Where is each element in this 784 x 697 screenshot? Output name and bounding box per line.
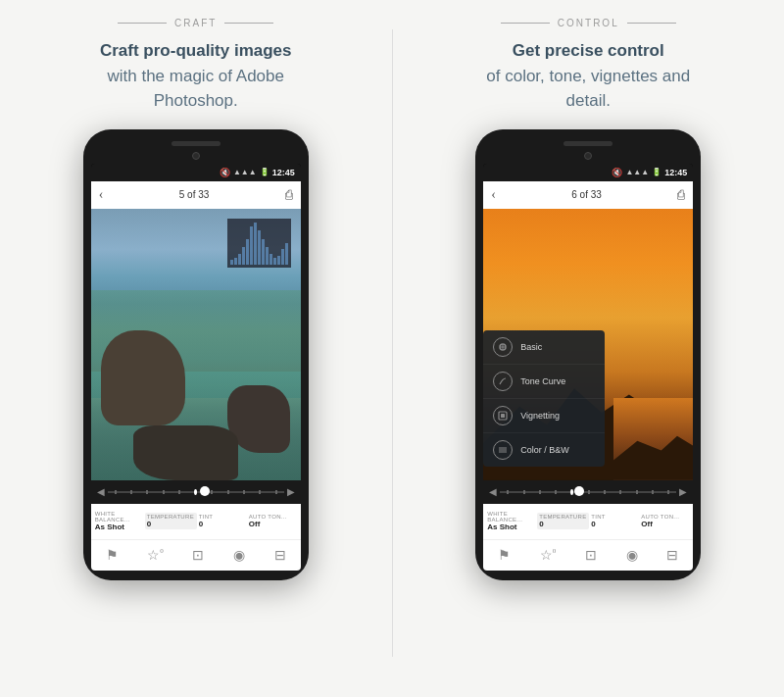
s-dot <box>507 490 509 494</box>
craft-phone: 🔇 ▲▲▲ 🔋 12:45 ‹ 5 of 33 ⎙ <box>83 129 309 580</box>
back-btn-left[interactable]: ‹ <box>99 187 104 203</box>
control-line-right <box>627 23 676 24</box>
bottom-nav-left: ⚑ ☆0 ⊡ ◉ ⊟ <box>91 539 301 571</box>
slider-track-right[interactable] <box>500 491 676 493</box>
s-dot <box>178 490 180 494</box>
craft-panel: CRAFT Craft pro-quality images with the … <box>0 0 392 697</box>
time-left: 12:45 <box>272 168 295 177</box>
control-heading-normal: of color, tone, vignettes and detail. <box>486 67 690 111</box>
s-dot <box>555 490 557 494</box>
vignetting-svg <box>498 411 508 421</box>
control-heading-bold: Get precise control <box>513 41 664 60</box>
s-dot <box>130 490 132 494</box>
temp-value-r: 0 <box>539 520 543 528</box>
s-dot <box>115 490 117 494</box>
star-icon-r[interactable]: ☆0 <box>540 547 557 564</box>
s-dot <box>604 490 606 494</box>
app-toolbar-right: ‹ 6 of 33 ⎙ <box>483 181 693 209</box>
craft-label-row: CRAFT <box>118 18 273 28</box>
craft-line-right <box>224 23 273 24</box>
menu-item-tone-curve[interactable]: Tone Curve <box>483 365 605 399</box>
control-phone: 🔇 ▲▲▲ 🔋 12:45 ‹ 6 of 33 ⎙ <box>475 129 701 580</box>
h-bar <box>281 249 284 264</box>
wb-value-r: As Shot <box>487 523 516 531</box>
slider-bar-left: ◀ <box>91 480 301 504</box>
s-dot <box>275 490 277 494</box>
info-bar-right: WHITE BALANCE... As Shot TEMPERATURE 0 T… <box>483 504 693 539</box>
menu-label-tone-curve: Tone Curve <box>520 376 565 386</box>
photo-sunset-bottom <box>613 398 693 479</box>
auto-value: Off <box>249 520 261 528</box>
menu-item-basic[interactable]: Basic <box>483 330 605 365</box>
back-btn-right[interactable]: ‹ <box>491 187 496 203</box>
basic-icon-svg <box>498 342 508 352</box>
s-dot <box>539 490 541 494</box>
craft-phone-screen: 🔇 ▲▲▲ 🔋 12:45 ‹ 5 of 33 ⎙ <box>91 164 301 571</box>
control-heading: Get precise control of color, tone, vign… <box>480 38 696 114</box>
menu-label-vignetting: Vignetting <box>520 411 560 421</box>
info-col-temp-r: TEMPERATURE 0 <box>537 513 589 529</box>
h-bar <box>270 254 272 265</box>
h-bar <box>277 256 280 265</box>
temp-value: 0 <box>147 520 151 528</box>
h-bar <box>238 254 241 265</box>
photo-area-sunset: Basic Tone Curve <box>483 209 693 480</box>
photo-rocky <box>91 209 301 480</box>
slider-thumb-left <box>200 486 210 496</box>
s-dot <box>588 490 590 494</box>
person-icon[interactable]: ◉ <box>233 547 245 564</box>
phone-speaker-left <box>172 141 220 146</box>
share-btn-left[interactable]: ⎙ <box>285 187 293 203</box>
slider-arrow-left-r: ◀ <box>489 486 497 497</box>
craft-heading: Craft pro-quality images with the magic … <box>88 38 304 114</box>
signal-left: ▲▲▲ <box>233 168 257 176</box>
phone-camera-right <box>584 152 592 160</box>
tint-value-r: 0 <box>591 520 595 528</box>
control-label-row: CONTROL <box>501 18 676 28</box>
basic-icon <box>493 337 513 357</box>
slider-bar-right: ◀ <box>483 480 693 504</box>
craft-heading-bold: Craft pro-quality images <box>100 41 292 60</box>
info-col-wb-r: WHITE BALANCE... As Shot <box>487 511 535 531</box>
slider-dots-left <box>108 491 284 493</box>
sliders-icon[interactable]: ⊟ <box>274 547 286 564</box>
vignetting-icon <box>493 406 513 425</box>
histogram-bars <box>227 219 291 268</box>
wb-label: WHITE BALANCE... <box>95 511 143 523</box>
s-dot-active-r <box>570 489 573 495</box>
control-line-left <box>501 23 550 24</box>
tint-value: 0 <box>199 520 203 528</box>
share-btn-right[interactable]: ⎙ <box>677 187 685 203</box>
slider-thumb-right <box>574 486 584 496</box>
crop-icon[interactable]: ⊡ <box>192 547 204 564</box>
slider-track-left[interactable] <box>108 491 284 493</box>
control-section-label: CONTROL <box>558 18 619 28</box>
color-bw-icon <box>493 440 513 460</box>
sliders-icon-r[interactable]: ⊟ <box>666 547 678 564</box>
s-dot <box>163 490 165 494</box>
s-dot <box>636 490 638 494</box>
phone-camera-left <box>192 152 200 160</box>
h-bar <box>258 230 261 264</box>
craft-line-left <box>118 23 167 24</box>
h-bar <box>266 247 269 264</box>
info-col-auto-r: AUTO TON... Off <box>641 514 689 528</box>
temp-label: TEMPERATURE <box>147 514 194 520</box>
flag-icon[interactable]: ⚑ <box>106 547 119 564</box>
status-bar-right: 🔇 ▲▲▲ 🔋 12:45 <box>483 164 693 181</box>
h-bar <box>254 223 257 265</box>
wb-value: As Shot <box>95 523 124 531</box>
star-icon[interactable]: ☆0 <box>147 547 164 564</box>
tone-curve-icon <box>493 372 513 391</box>
crop-icon-r[interactable]: ⊡ <box>585 547 597 564</box>
info-col-wb: WHITE BALANCE... As Shot <box>95 511 143 531</box>
flag-icon-r[interactable]: ⚑ <box>498 547 511 564</box>
battery-left: 🔋 <box>260 168 270 176</box>
auto-value-r: Off <box>641 520 653 528</box>
h-bar <box>246 239 249 265</box>
menu-item-color-bw[interactable]: Color / B&W <box>483 433 605 467</box>
info-col-temp: TEMPERATURE 0 <box>145 513 197 529</box>
person-icon-r[interactable]: ◉ <box>626 547 638 564</box>
menu-item-vignetting[interactable]: Vignetting <box>483 399 605 433</box>
menu-label-basic: Basic <box>520 342 542 352</box>
